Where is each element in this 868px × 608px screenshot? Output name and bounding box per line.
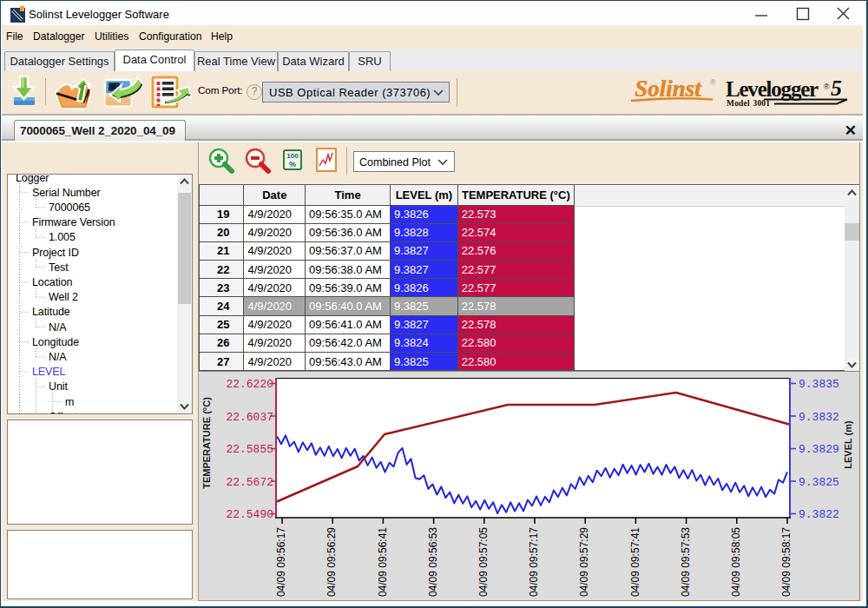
svg-text:22.5855: 22.5855 <box>226 443 273 456</box>
svg-text:9.3829: 9.3829 <box>799 443 839 456</box>
svg-text:9.3822: 9.3822 <box>799 508 839 521</box>
svg-text:9.3835: 9.3835 <box>799 378 839 391</box>
svg-text:100: 100 <box>286 152 299 160</box>
svg-text:22.5490: 22.5490 <box>226 508 273 521</box>
svg-text:04/09 09:58:17: 04/09 09:58:17 <box>780 527 792 597</box>
svg-text:LEVEL (m): LEVEL (m) <box>843 420 853 469</box>
svg-text:04/09 09:57:41: 04/09 09:57:41 <box>629 527 641 597</box>
svg-text:04/09 09:57:53: 04/09 09:57:53 <box>680 527 692 597</box>
svg-text:%: % <box>289 160 296 169</box>
svg-text:04/09 09:58:05: 04/09 09:58:05 <box>730 527 742 597</box>
svg-text:TEMPERATURE (°C): TEMPERATURE (°C) <box>201 397 212 489</box>
svg-text:9.3832: 9.3832 <box>799 411 839 424</box>
svg-text:04/09 09:56:17: 04/09 09:56:17 <box>275 527 287 597</box>
svg-text:04/09 09:56:41: 04/09 09:56:41 <box>377 527 389 597</box>
svg-text:04/09 09:57:29: 04/09 09:57:29 <box>578 527 590 597</box>
svg-text:04/09 09:56:53: 04/09 09:56:53 <box>427 527 439 597</box>
svg-text:22.6220: 22.6220 <box>226 378 273 391</box>
svg-text:04/09 09:57:05: 04/09 09:57:05 <box>477 527 490 597</box>
svg-text:22.5672: 22.5672 <box>226 476 273 489</box>
svg-text:22.6037: 22.6037 <box>226 411 273 424</box>
svg-text:9.3825: 9.3825 <box>799 476 839 489</box>
svg-text:04/09 09:56:29: 04/09 09:56:29 <box>326 527 338 597</box>
svg-text:04/09 09:57:17: 04/09 09:57:17 <box>528 527 540 597</box>
